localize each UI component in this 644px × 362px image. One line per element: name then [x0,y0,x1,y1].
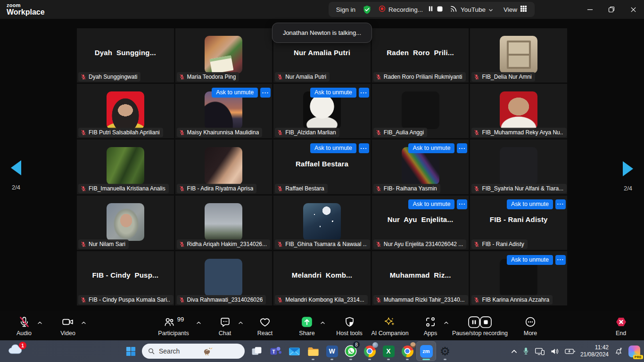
maximize-button[interactable] [601,0,622,19]
taskbar-word-button[interactable]: W [322,342,341,361]
taskbar-whatsapp-button[interactable]: 8 [341,342,360,361]
search-bird-image [202,346,242,357]
taskbar-explorer-button[interactable] [304,342,322,361]
ask-to-unmute-button[interactable]: Ask to unmute [408,143,454,153]
close-button[interactable] [622,0,644,19]
participant-tile[interactable]: FIB_Ghina Tsamara & Nawaal ... [273,196,371,250]
stream-icon [450,5,458,14]
muted-mic-icon [376,297,381,303]
taskbar-chrome-button[interactable] [360,342,379,361]
tile-more-button[interactable]: ··· [359,143,369,153]
taskbar-mail-button[interactable] [285,342,304,361]
muted-mic-icon [81,297,86,303]
prev-page-arrow-icon[interactable] [11,160,21,175]
ask-to-unmute-button[interactable]: Ask to unmute [310,88,356,98]
chevron-up-icon[interactable] [81,318,86,327]
cast-display-icon[interactable] [535,347,545,356]
security-shield-icon[interactable] [362,5,372,15]
copilot-icon[interactable]: PRE [628,346,640,357]
system-tray: 11:42 21/08/2024 PRE [511,340,640,362]
participant-name-pill: Maisy Khairunnisa Maulidina [177,128,263,137]
participant-tile[interactable]: Maria Teodora Ping [175,28,272,82]
copilot-pre-badge: PRE [633,355,643,359]
tile-more-button[interactable]: ··· [555,255,566,265]
muted-mic-icon [81,74,86,80]
ask-to-unmute-button[interactable]: Ask to unmute [310,143,356,153]
taskbar-chrome-profile-button[interactable] [398,342,417,361]
video-icon [37,314,99,329]
windows-taskbar: 1 Search TW8Xzm⚙ 11:42 21/08/2024 [0,340,644,362]
chevron-down-icon [488,6,493,13]
tray-chevron-up-icon[interactable] [511,349,517,354]
participant-tile[interactable]: Raden Roro Prili...Raden Roro Priliani R… [372,28,469,82]
participant-tile[interactable]: Ridha Ariqah Hakim_2314026... [175,196,272,250]
participant-tile[interactable]: Melandri Komb...Melandri Kombong Kila_23… [273,251,371,305]
participant-tile[interactable]: Dyah Sungging...Dyah Sunggingwati [77,28,174,82]
participant-tile[interactable]: FIB_Aulia Anggi [372,84,469,138]
minimize-button[interactable] [579,0,601,19]
muted-mic-icon [179,130,185,135]
participant-name-pill: FIB_Muhammad Reky Arya Nu... [471,128,567,137]
participant-tile[interactable]: Ask to unmute···FIB- Raihana Yasmin [372,140,469,194]
ask-to-unmute-button[interactable]: Ask to unmute [212,88,258,98]
participant-tile[interactable]: Muhammad Riz...Muhammad Rizki Tahir_2314… [372,251,469,305]
toolbar-more-button[interactable]: More [500,314,561,337]
tile-more-button[interactable]: ··· [457,199,467,209]
participant-tile[interactable]: Ask to unmute···Nur Ayu Enjelita...Nur A… [372,196,469,250]
participant-display-name: FIB - Cindy Pusp... [77,271,174,279]
live-stream-youtube[interactable]: YouTube [450,5,493,14]
stop-recording-icon[interactable] [437,6,443,14]
participant-name-pill: FIB Karina Annisa Azzahra [471,295,553,304]
participant-tile[interactable]: Ask to unmute···FIB Karina Annisa Azzahr… [470,251,567,305]
participant-name-pill: FIB Putri Salsabilah Apriliani [78,128,163,137]
pause-recording-icon[interactable] [428,6,434,13]
ask-to-unmute-button[interactable]: Ask to unmute [507,199,553,209]
participant-tile[interactable]: FIB_Delia Nur Amni [470,28,567,82]
running-indicator [330,359,333,360]
tile-more-button[interactable]: ··· [359,88,369,98]
zoom-app-icon: zm [420,345,433,358]
muted-mic-icon [81,186,86,191]
participant-tile[interactable]: FIB Putri Salsabilah Apriliani [77,84,174,138]
muted-mic-icon [474,241,479,247]
participant-tile[interactable]: Ask to unmute···Maisy Khairunnisa Maulid… [175,84,272,138]
taskbar-teams-button[interactable]: T [266,342,285,361]
participant-tile[interactable]: FIB - Cindy Pusp...FIB - Cindy Puspa Kum… [77,251,174,305]
muted-mic-icon [81,130,86,135]
tile-more-button[interactable]: ··· [260,88,271,98]
tile-more-button[interactable]: ··· [555,199,566,209]
participant-name: Ridha Ariqah Hakim_2314026... [187,241,267,247]
participant-tile[interactable]: FIB_Muhammad Reky Arya Nu... [470,84,567,138]
participant-tile[interactable]: FIB_Imanuella Kristiana Analis [77,140,174,194]
ask-to-unmute-button[interactable]: Ask to unmute [507,255,553,265]
running-indicator [368,359,371,360]
volume-icon[interactable] [550,347,560,355]
participant-tile[interactable]: Ask to unmute···FIB - Rani AdistyFIB - R… [470,196,567,250]
next-page-arrow-icon[interactable] [623,161,633,176]
taskbar-settings-button[interactable]: ⚙ [436,342,454,361]
ask-to-unmute-button[interactable]: Ask to unmute [408,199,454,209]
start-button[interactable] [122,342,140,360]
taskbar-task-view-button[interactable] [247,342,266,361]
participant-tile[interactable]: FIB_Syahria Nur Alfani & Tiara... [470,140,567,194]
toolbar-end-button[interactable]: End [590,314,644,337]
sign-in-button[interactable]: Sign in [336,6,355,13]
participant-tile[interactable]: Diva Rahmawati_2314026026 [175,251,272,305]
taskbar-zoom-button[interactable]: zm [417,342,436,361]
participant-name: Nur Ayu Enjelita 2314026042 ... [384,241,463,247]
tile-more-button[interactable]: ··· [457,143,467,153]
toolbar-video-button[interactable]: Video [37,314,99,337]
participant-tile[interactable]: Ask to unmute···Raffael BestaraRaffael B… [273,140,371,194]
mic-in-use-icon[interactable] [522,347,529,355]
participant-tile[interactable]: FIB - Adira Riyatma Aprisa [175,140,272,194]
view-button[interactable]: View [504,5,527,14]
taskbar-excel-button[interactable]: X [379,342,398,361]
notification-bell-icon[interactable] [614,346,623,356]
participant-tile[interactable]: Nur Nilam Sari [77,196,174,250]
taskbar-clock[interactable]: 11:42 21/08/2024 [580,344,609,358]
participant-tile[interactable]: Ask to unmute···FIB_Alzidan Marlian [273,84,371,138]
widgets-button[interactable]: 1 [8,344,28,359]
search-input[interactable]: Search [142,344,245,359]
toolbar-label: Video [37,330,99,337]
battery-charging-icon[interactable] [565,348,575,354]
